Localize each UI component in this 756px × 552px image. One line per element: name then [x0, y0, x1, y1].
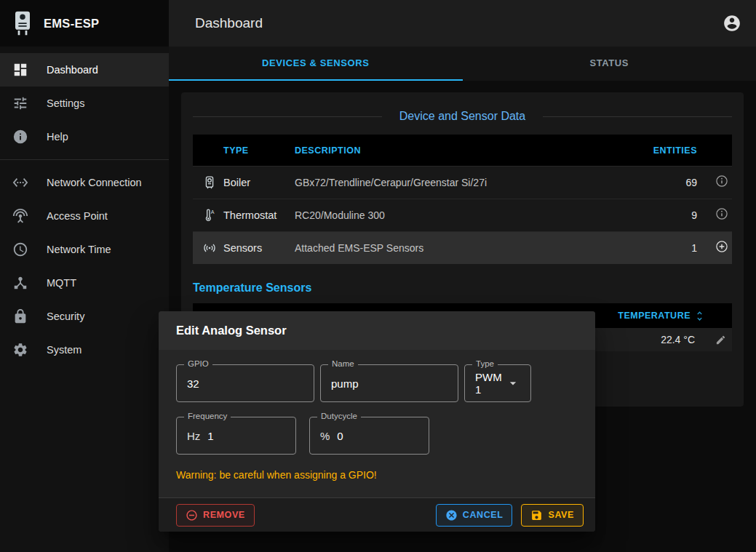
info-icon — [12, 128, 29, 145]
thermostat-icon: A — [193, 208, 223, 223]
boiler-logo-icon — [12, 10, 33, 36]
tab-status[interactable]: STATUS — [463, 47, 756, 81]
gpio-warning-text: Warning: be careful when assigning a GPI… — [176, 469, 578, 481]
dutycycle-field[interactable]: Dutycycle % — [309, 417, 429, 455]
section-title: Device and Sensor Data — [382, 110, 543, 123]
cell-description: RC20/Moduline 300 — [295, 209, 613, 221]
tab-label: DEVICES & SENSORS — [262, 57, 369, 68]
sidebar-item-label: Settings — [47, 97, 84, 109]
frequency-field-label: Frequency — [184, 412, 231, 420]
sidebar-item-settings[interactable]: Settings — [0, 87, 169, 120]
field-row-2: Frequency Hz Dutycycle % — [176, 417, 578, 455]
app-title: EMS-ESP — [44, 17, 99, 31]
type-field-label: Type — [472, 359, 498, 368]
dutycycle-unit-adornment: % — [320, 430, 330, 442]
cell-type: Thermostat — [223, 209, 295, 221]
dialog-body: GPIO Name Type PWM 1 Frequency — [159, 350, 595, 497]
sidebar-item-network-time[interactable]: Network Time — [0, 233, 169, 266]
cell-type: Boiler — [223, 177, 295, 188]
sidebar-item-dashboard[interactable]: Dashboard — [0, 53, 169, 87]
boiler-icon — [193, 175, 223, 190]
header-description: DESCRIPTION — [295, 145, 613, 156]
sidebar-item-label: System — [47, 344, 81, 356]
cell-entities: 1 — [613, 242, 700, 254]
dialog-title: Edit Analog Sensor — [159, 311, 595, 350]
sidebar-item-label: Access Point — [47, 210, 108, 222]
account-icon[interactable] — [723, 14, 741, 33]
sidebar: EMS-ESP Dashboard Settings Help Network … — [0, 0, 169, 552]
gear-icon — [12, 341, 29, 359]
type-select[interactable]: Type PWM 1 — [464, 364, 531, 402]
type-select-value: PWM 1 — [475, 371, 506, 396]
dutycycle-input[interactable] — [337, 430, 418, 442]
divider-line — [193, 116, 382, 117]
sidebar-item-security[interactable]: Security — [0, 300, 169, 333]
clock-icon — [12, 241, 29, 258]
sidebar-nav: Dashboard Settings Help Network Connecti… — [0, 47, 169, 367]
name-field[interactable]: Name — [320, 364, 458, 402]
cell-description: GBx72/Trendline/Cerapur/Greenstar Si/27i — [295, 177, 613, 188]
save-button-label: SAVE — [548, 510, 574, 520]
device-table: TYPE DESCRIPTION ENTITIES Boiler GBx72/T… — [193, 135, 732, 264]
divider-line — [543, 116, 732, 117]
table-row-boiler[interactable]: Boiler GBx72/Trendline/Cerapur/Greenstar… — [193, 166, 732, 199]
info-circle-icon[interactable] — [715, 207, 729, 224]
sidebar-item-label: Security — [47, 311, 84, 322]
gpio-field[interactable]: GPIO — [176, 364, 314, 402]
cell-type: Sensors — [223, 242, 295, 254]
table-row-sensors[interactable]: Sensors Attached EMS-ESP Sensors 1 — [193, 231, 732, 264]
name-field-label: Name — [328, 359, 358, 368]
tune-icon — [12, 95, 29, 112]
sidebar-item-access-point[interactable]: Access Point — [0, 199, 169, 233]
frequency-field[interactable]: Frequency Hz — [176, 417, 296, 455]
cancel-button[interactable]: CANCEL — [436, 504, 513, 527]
app-root: EMS-ESP Dashboard Settings Help Network … — [0, 0, 756, 552]
antenna-icon — [12, 207, 29, 225]
gpio-input[interactable] — [187, 377, 303, 390]
cell-entities: 69 — [613, 177, 700, 188]
chevron-down-icon — [506, 376, 520, 391]
topbar: Dashboard — [169, 0, 756, 47]
sidebar-item-help[interactable]: Help — [0, 120, 169, 153]
cell-description: Attached EMS-ESP Sensors — [295, 242, 613, 254]
table-row-thermostat[interactable]: A Thermostat RC20/Moduline 300 9 — [193, 199, 732, 231]
tabbar: DEVICES & SENSORS STATUS — [169, 47, 756, 81]
name-input[interactable] — [331, 377, 447, 390]
header-temperature: TEMPERATURE — [618, 311, 691, 321]
remove-button[interactable]: REMOVE — [176, 504, 255, 527]
sidebar-item-network-connection[interactable]: Network Connection — [0, 166, 169, 199]
add-circle-icon[interactable] — [715, 239, 729, 257]
sidebar-item-system[interactable]: System — [0, 333, 169, 367]
sidebar-item-mqtt[interactable]: MQTT — [0, 266, 169, 300]
temperature-value: 22.4 °C — [661, 334, 695, 345]
info-circle-icon[interactable] — [715, 174, 729, 191]
sensors-icon — [193, 241, 223, 255]
remove-button-label: REMOVE — [203, 510, 245, 520]
sidebar-item-label: MQTT — [47, 277, 76, 289]
save-button[interactable]: SAVE — [521, 504, 584, 527]
header-type: TYPE — [223, 145, 295, 156]
sort-unfold-icon[interactable] — [693, 310, 706, 322]
tab-devices-sensors[interactable]: DEVICES & SENSORS — [169, 47, 463, 81]
section-header: Device and Sensor Data — [193, 110, 732, 123]
lock-icon — [12, 308, 29, 325]
header-entities: ENTITIES — [613, 145, 700, 156]
page-title: Dashboard — [195, 15, 723, 31]
sidebar-item-label: Network Time — [47, 244, 111, 255]
hub-icon — [12, 274, 29, 292]
temperature-sensors-title: Temperature Sensors — [193, 281, 732, 295]
edit-analog-sensor-dialog: Edit Analog Sensor GPIO Name Type PWM 1 — [159, 311, 595, 532]
dashboard-icon — [12, 61, 29, 79]
edit-pencil-icon[interactable] — [715, 335, 726, 345]
tab-label: STATUS — [589, 57, 629, 68]
sidebar-item-label: Dashboard — [47, 64, 98, 76]
save-icon — [530, 509, 543, 521]
svg-text:A: A — [211, 209, 215, 215]
frequency-unit-adornment: Hz — [187, 430, 200, 442]
gpio-field-label: GPIO — [184, 359, 212, 368]
field-row-1: GPIO Name Type PWM 1 — [176, 364, 578, 402]
frequency-input[interactable] — [207, 430, 285, 442]
dutycycle-field-label: Dutycycle — [317, 412, 361, 420]
dialog-footer: REMOVE CANCEL SAVE — [159, 497, 595, 532]
sidebar-item-label: Help — [47, 131, 68, 143]
